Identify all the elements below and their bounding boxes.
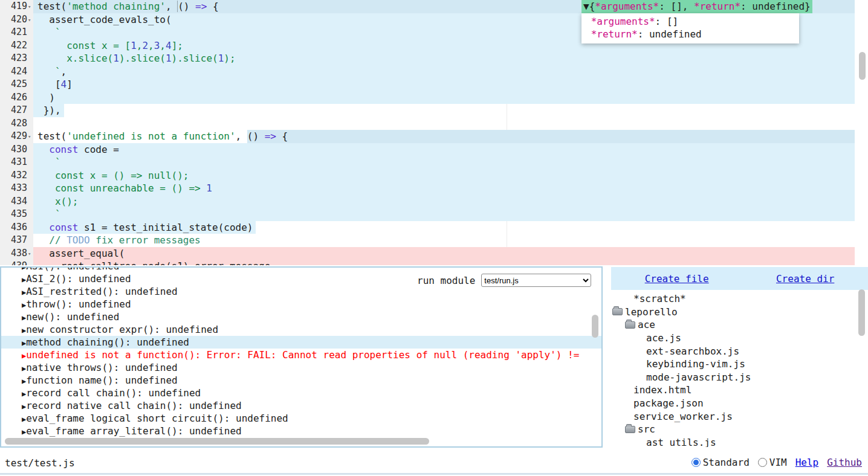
code-line-text[interactable]: ` (37, 208, 61, 221)
line-highlight (33, 65, 855, 79)
code-line-423[interactable]: 423 x.slice(1).slice(1).slice(1); (0, 52, 868, 65)
file-item-label: ace (638, 319, 655, 330)
code-line-text[interactable]: // TODO fix error messages (37, 234, 201, 247)
folder-icon (625, 426, 635, 433)
line-highlight (33, 247, 855, 260)
code-line-433[interactable]: 433 const unreachable = () => 1 (0, 182, 868, 195)
code-line-429[interactable]: 429▾test('undefined is not a function', … (0, 130, 868, 143)
code-line-text[interactable]: test('method chaining', () => { (37, 0, 219, 13)
line-number: 426 (0, 91, 27, 105)
calltree-entry[interactable]: ▶native throws(): undefined (1, 361, 601, 374)
code-line-text[interactable]: const x = () => null(); (37, 169, 189, 182)
calltree-entry[interactable]: ▶ASI(): undefined (1, 266, 601, 272)
code-line-text[interactable]: root_calltree_node(s1).error.message, (37, 260, 276, 265)
code-line-text[interactable]: ` (37, 156, 61, 169)
line-number: 420 (0, 13, 27, 27)
calltree-entry[interactable]: ▶new(): undefined (1, 310, 601, 323)
code-line-text[interactable]: const s1 = test_initial_state(code) (33, 221, 256, 234)
vim-radio-label: VIM (769, 457, 787, 468)
code-line-text[interactable]: `, (37, 65, 66, 79)
file-item[interactable]: index.html (611, 384, 858, 397)
code-line-text[interactable]: test('undefined is not a function', () =… (37, 130, 288, 143)
file-item[interactable]: keybinding-vim.js (611, 358, 858, 371)
create-dir-link[interactable]: Create dir (776, 273, 834, 285)
code-line-430[interactable]: 430 const code = (0, 143, 868, 156)
fold-arrow-icon[interactable]: ▾ (28, 248, 33, 261)
code-line-text[interactable]: assert_code_evals_to( (37, 13, 172, 27)
line-number: 438 (0, 247, 27, 260)
help-link[interactable]: Help (795, 457, 819, 468)
code-line-427[interactable]: 427 }), (0, 104, 868, 117)
file-item[interactable]: *scratch* (611, 292, 858, 306)
code-line-text[interactable]: [4] (37, 78, 73, 91)
line-number: 431 (0, 156, 27, 169)
keybinding-standard-option[interactable]: Standard (691, 457, 750, 468)
calltree-entry[interactable]: ▶eval_frame logical short circuit(): und… (1, 412, 601, 425)
code-line-434[interactable]: 434 x(); (0, 195, 868, 208)
code-line-435[interactable]: 435 ` (0, 208, 868, 221)
code-line-432[interactable]: 432 const x = () => null(); (0, 169, 868, 182)
file-item[interactable]: package.json (611, 397, 858, 410)
line-highlight (33, 91, 855, 105)
calltree-vertical-scrollbar-thumb[interactable] (592, 315, 598, 338)
code-line-437[interactable]: 437 // TODO fix error messages (0, 234, 868, 247)
file-item-label: src (638, 423, 655, 435)
file-item[interactable]: ext-searchbox.js (611, 344, 858, 358)
folder-icon (612, 308, 623, 315)
calltree-entry[interactable]: ▶function name(): undefined (1, 374, 601, 387)
code-line-text[interactable]: }), (33, 104, 64, 117)
code-line-438[interactable]: 438▾ assert_equal( (0, 247, 868, 260)
fold-arrow-icon[interactable]: ▾ (28, 14, 33, 27)
folder-item[interactable]: src (611, 423, 858, 436)
calltree-entry[interactable]: ▶new constructor expr(): undefined (1, 323, 601, 336)
code-line-text[interactable]: ) (37, 91, 55, 105)
keybinding-vim-option[interactable]: VIM (758, 457, 787, 468)
code-line-425[interactable]: 425 [4] (0, 78, 868, 91)
code-line-436[interactable]: 436 const s1 = test_initial_state(code) (0, 221, 868, 234)
line-number: 421 (0, 26, 27, 39)
code-line-439[interactable]: 439 root_calltree_node(s1).error.message… (0, 260, 868, 265)
calltree-panel: ▶ASI(): undefined▶ASI_2(): undefined▶ASI… (0, 266, 603, 448)
run-module-control: run module test/run.js (417, 274, 591, 288)
calltree-entry[interactable]: ▶method chaining(): undefined (1, 336, 601, 349)
code-line-text[interactable]: const unreachable = () => 1 (37, 182, 212, 195)
line-number: 437 (0, 234, 27, 247)
run-module-select[interactable]: test/run.js (481, 274, 591, 287)
file-item[interactable]: service_worker.js (611, 410, 858, 423)
file-item[interactable]: mode-javascript.js (611, 371, 858, 384)
create-file-link[interactable]: Create file (645, 273, 709, 285)
calltree-entry[interactable]: ▶eval_frame array_literal(): undefined (1, 425, 601, 437)
file-panel-scrollbar-thumb[interactable] (858, 289, 865, 336)
standard-radio[interactable] (691, 458, 701, 467)
file-panel: Create file Create dir *scratch*leporell… (611, 267, 868, 447)
fold-arrow-icon[interactable]: ▾ (28, 1, 33, 14)
file-item-label: ast_utils.js (646, 437, 716, 447)
code-line-text[interactable]: const code = (37, 143, 119, 156)
file-item[interactable]: ace.js (611, 332, 858, 345)
folder-item[interactable]: leporello (611, 306, 858, 319)
code-line-431[interactable]: 431 ` (0, 156, 868, 169)
eval-result-header[interactable]: ▼{*arguments*: [], *return*: undefined} (581, 0, 812, 13)
code-line-428[interactable]: 428 (0, 117, 868, 130)
editor-scrollbar-thumb[interactable] (859, 52, 866, 80)
code-line-424[interactable]: 424 `, (0, 65, 868, 79)
file-item-label: ace.js (646, 332, 681, 344)
folder-item[interactable]: ace (611, 318, 858, 332)
code-line-text[interactable]: const x = [1,2,3,4]; (37, 39, 183, 53)
line-highlight (247, 130, 855, 143)
code-line-text[interactable]: ` (37, 26, 61, 39)
vim-radio[interactable] (758, 458, 767, 467)
code-line-text[interactable]: x.slice(1).slice(1).slice(1); (37, 52, 236, 65)
calltree-horizontal-scrollbar-thumb[interactable] (5, 438, 429, 445)
code-line-426[interactable]: 426 ) (0, 91, 868, 105)
code-line-text[interactable]: assert_equal( (37, 247, 125, 260)
code-line-text[interactable]: x(); (37, 195, 78, 208)
calltree-entry[interactable]: ▶record native call chain(): undefined (1, 399, 601, 412)
fold-arrow-icon[interactable]: ▾ (28, 130, 33, 144)
file-item[interactable]: ast_utils.js (611, 436, 858, 447)
calltree-entry[interactable]: ▶record call chain(): undefined (1, 387, 601, 399)
calltree-entry[interactable]: ▶throw(): undefined (1, 298, 601, 310)
github-link[interactable]: Github (827, 457, 862, 468)
code-editor[interactable]: 419▾test('method chaining', () => {420▾ … (0, 0, 868, 265)
calltree-entry[interactable]: ▶undefined is not a function(): Error: F… (1, 349, 601, 361)
